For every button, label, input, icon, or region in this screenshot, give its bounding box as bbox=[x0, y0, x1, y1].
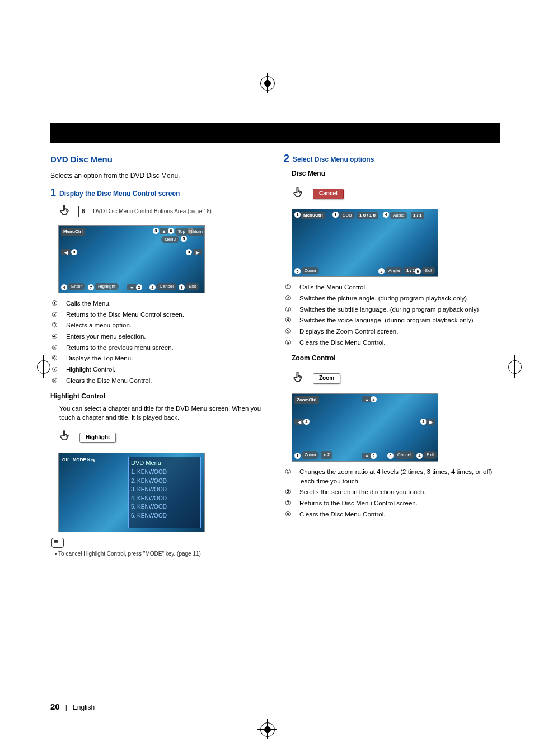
list-item: ②Returns to the Disc Menu Control screen… bbox=[59, 310, 267, 320]
footer-lang: English bbox=[73, 703, 95, 711]
callout-3a: 3 bbox=[153, 228, 159, 234]
exit-label: Exit bbox=[423, 451, 437, 459]
callout-5: 5 bbox=[294, 268, 301, 274]
zoom-control-heading: Zoom Control bbox=[292, 354, 500, 363]
callout-1: 1 bbox=[294, 453, 301, 459]
right-column: 2 Select Disc Menu options Disc Menu Can… bbox=[284, 153, 500, 558]
callout-3b: 3 bbox=[71, 249, 77, 255]
exit-label: Exit bbox=[185, 283, 199, 290]
callout-3d: 3 bbox=[136, 284, 142, 290]
return-label: Return bbox=[186, 228, 205, 236]
list-item: ①Changes the zoom ratio at 4 levels (2 t… bbox=[293, 467, 500, 486]
highlight-screenshot: Off : MODE Key DVD Menu 1. KENWOOD 2. KE… bbox=[58, 453, 205, 532]
zoom-button[interactable]: Zoom bbox=[313, 373, 340, 384]
cancel-button[interactable]: Cancel bbox=[313, 189, 344, 199]
hand-pointer-icon bbox=[292, 369, 307, 388]
callout-7: 7 bbox=[88, 284, 94, 290]
callout-3: 3 bbox=[387, 453, 394, 459]
left-column: DVD Disc Menu Selects an option from the… bbox=[50, 153, 267, 558]
callout-4: 4 bbox=[416, 453, 423, 459]
note-text: • To cancel Highlight Control, press "MO… bbox=[58, 550, 267, 558]
callout-5: 5 bbox=[181, 236, 187, 242]
right-arrow: ▶ bbox=[193, 249, 202, 255]
dvd-menu-panel: DVD Menu 1. KENWOOD 2. KENWOOD 3. KENWOO… bbox=[128, 457, 201, 528]
down-arrow: ▼ bbox=[127, 284, 137, 290]
zoomctrl-label: ZoomCtrl bbox=[294, 396, 319, 404]
callout-2: 2 bbox=[149, 284, 156, 290]
callout-3c: 3 bbox=[186, 249, 192, 255]
header-black-bar bbox=[50, 123, 500, 143]
dvd-menu-item: 6. KENWOOD bbox=[131, 512, 198, 520]
list-item: ⑦Highlight Control. bbox=[59, 365, 267, 374]
area-note-text: DVD Disc Menu Control Buttons Area (page… bbox=[93, 208, 212, 216]
disc-menu-screenshot: 1 MenuCtrl 3 SUB 1 0 / 1 0 4 Audio 1 / 1… bbox=[292, 209, 438, 277]
step-number: 1 bbox=[50, 187, 56, 198]
menu-label: Menu bbox=[161, 236, 179, 243]
registration-mark-bottom bbox=[257, 719, 277, 739]
callout-2b: 2 bbox=[303, 419, 310, 425]
audio-label: Audio bbox=[390, 212, 407, 219]
sub-value: 1 0 / 1 0 bbox=[357, 212, 378, 219]
angle-label: Angle bbox=[385, 267, 403, 275]
menu-control-list: ①Calls the Menu. ②Returns to the Disc Me… bbox=[59, 299, 267, 385]
dvd-menu-item: 2. KENWOOD bbox=[131, 477, 198, 486]
callout-6: 6 bbox=[415, 268, 421, 274]
zoom-control-screenshot: ZoomCtrl ▲ 2 ◀ 2 2 ▶ 1 Zoom x 2 ▼ 2 3 Ca… bbox=[292, 393, 438, 462]
page-number: 20 bbox=[50, 702, 60, 711]
mode-key-label: Off : MODE Key bbox=[62, 457, 96, 463]
cancel-label: Cancel bbox=[394, 451, 415, 459]
dvd-menu-item: 4. KENWOOD bbox=[131, 495, 198, 503]
list-item: ④Clears the Disc Menu Control. bbox=[293, 510, 500, 519]
highlight-label: Highlight bbox=[95, 283, 119, 290]
list-item: ④Enters your menu selection. bbox=[59, 332, 267, 341]
exit-label: Exit bbox=[421, 267, 435, 275]
note-icon bbox=[51, 538, 64, 548]
step-1-header: 1 Display the Disc Menu Control screen bbox=[50, 187, 267, 199]
zoom-label: Zoom bbox=[301, 451, 319, 459]
disc-menu-list: ①Calls the Menu Control. ②Switches the p… bbox=[293, 283, 500, 347]
list-item: ②Scrolls the screen in the direction you… bbox=[293, 487, 500, 497]
left-arrow: ◀ bbox=[61, 249, 71, 255]
dvd-menu-title: DVD Menu bbox=[131, 459, 198, 468]
list-item: ③Returns to the Disc Menu Control screen… bbox=[293, 499, 500, 508]
callout-8: 8 bbox=[179, 284, 185, 290]
zoom-button-row: Zoom bbox=[292, 369, 500, 388]
section-title: DVD Disc Menu bbox=[50, 153, 267, 166]
dvd-menu-item: 3. KENWOOD bbox=[131, 486, 198, 494]
left-arrow: ◀ bbox=[294, 419, 304, 425]
two-column-layout: DVD Disc Menu Selects an option from the… bbox=[50, 153, 500, 558]
step-title: Display the Disc Menu Control screen bbox=[59, 187, 180, 199]
callout-4: 4 bbox=[61, 284, 67, 290]
list-item: ⑤Displays the Zoom Control screen. bbox=[293, 327, 500, 336]
footer-sep: | bbox=[65, 703, 67, 711]
highlight-button-row: Highlight bbox=[58, 428, 267, 447]
callout-2d: 2 bbox=[371, 453, 377, 459]
callout-4: 4 bbox=[383, 212, 389, 218]
step-number: 2 bbox=[284, 153, 289, 163]
menuctrl-label: MenuCtrl bbox=[61, 228, 85, 236]
cancel-label: Cancel bbox=[156, 283, 177, 290]
crop-mark-left bbox=[17, 358, 34, 375]
zoom-label: Zoom bbox=[301, 267, 319, 275]
zoom-control-list: ①Changes the zoom ratio at 4 levels (2 t… bbox=[293, 467, 500, 519]
right-arrow: ▶ bbox=[426, 419, 435, 425]
list-item: ①Calls the Menu. bbox=[59, 299, 267, 308]
callout-2: 2 bbox=[378, 268, 385, 274]
touch-area-note: 6 DVD Disc Menu Control Buttons Area (pa… bbox=[58, 203, 267, 221]
list-item: ③Selects a menu option. bbox=[59, 321, 267, 330]
menu-control-screenshot: MenuCtrl 3 ▲ 6 Top 1 Menu 5 Return ◀ 3 3… bbox=[58, 225, 205, 293]
audio-value: 1 / 1 bbox=[411, 212, 424, 219]
list-item: ③Switches the subtitle language. (during… bbox=[293, 305, 500, 314]
area-number-box: 6 bbox=[78, 206, 88, 217]
zoom-value: x 2 bbox=[321, 451, 332, 459]
step-2-header: 2 Select Disc Menu options bbox=[284, 153, 500, 165]
dvd-menu-item: 1. KENWOOD bbox=[131, 468, 198, 477]
enter-label: Enter bbox=[68, 283, 85, 290]
highlight-button[interactable]: Highlight bbox=[79, 433, 116, 443]
hand-pointer-icon bbox=[58, 428, 74, 447]
list-item: ①Calls the Menu Control. bbox=[293, 283, 500, 292]
list-item: ②Switches the picture angle. (during pro… bbox=[293, 294, 500, 303]
hand-pointer-icon bbox=[292, 185, 307, 203]
hand-pointer-icon bbox=[58, 203, 74, 221]
callout-1: 1 bbox=[294, 212, 301, 218]
